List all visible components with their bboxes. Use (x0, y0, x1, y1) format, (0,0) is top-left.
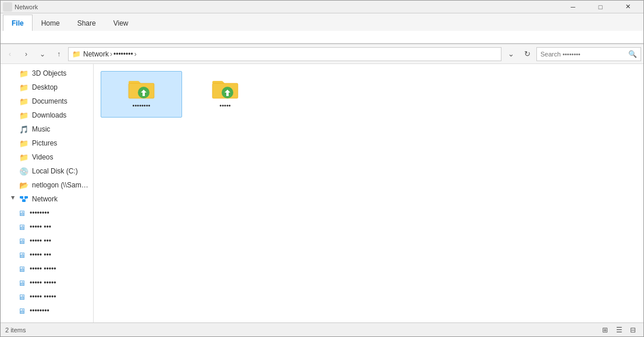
view-tiles-button[interactable]: ⊟ (627, 324, 639, 336)
sidebar-icon-net6: 🖥 (17, 278, 26, 288)
sidebar-label-net8: •••••••• (30, 307, 49, 315)
sidebar-label-videos: Videos (32, 153, 53, 161)
view-large-icons-button[interactable]: ⊞ (599, 324, 611, 336)
status-view-buttons: ⊞ ☰ ⊟ (599, 324, 639, 336)
sidebar-icon-network (19, 194, 29, 204)
sidebar-item-network[interactable]: ▶ Network (1, 192, 93, 206)
title-bar: Network ─ □ ✕ (1, 1, 643, 13)
sidebar-arrow-3d (10, 70, 16, 76)
sidebar-label-netlogon: netlogon (\\Sam… (32, 181, 88, 189)
file-label-1: •••••••• (133, 102, 151, 109)
sidebar-item-videos[interactable]: 📁 Videos (1, 150, 93, 164)
sidebar-item-net9[interactable]: 🖥 ••••• (1, 318, 93, 322)
sidebar-item-3d-objects[interactable]: 📁 3D Objects (1, 66, 93, 80)
search-input[interactable] (540, 51, 626, 58)
status-item-count: 2 items (5, 327, 26, 334)
sidebar-icon-netlogon: 📂 (19, 180, 29, 190)
close-button[interactable]: ✕ (614, 1, 641, 13)
tab-share[interactable]: Share (69, 15, 105, 31)
forward-button[interactable]: › (19, 47, 33, 61)
address-path-network: Network (83, 50, 109, 58)
refresh-button[interactable]: ↻ (520, 47, 534, 61)
sidebar-icon-documents: 📁 (19, 97, 29, 106)
sidebar-icon-net5: 🖥 (17, 264, 26, 274)
svg-rect-0 (20, 196, 23, 198)
tab-file[interactable]: File (3, 15, 33, 31)
address-separator2: › (134, 50, 137, 58)
sidebar-label-downloads: Downloads (32, 111, 66, 119)
sidebar-item-pictures[interactable]: 📁 Pictures (1, 136, 93, 150)
title-bar-left: Network (3, 2, 38, 12)
sidebar-item-net1[interactable]: 🖥 •••••••• (1, 206, 93, 220)
address-path-sub: •••••••• (113, 50, 133, 58)
sidebar-item-net2[interactable]: 🖥 ••••• ••• (1, 220, 93, 234)
sidebar-label-disk: Local Disk (C:) (32, 167, 78, 175)
sidebar-arrow-desktop (10, 84, 16, 90)
svg-rect-2 (22, 200, 26, 202)
tab-home[interactable]: Home (33, 15, 69, 31)
ribbon-content (1, 31, 643, 44)
sidebar-arrow-pictures (10, 140, 16, 146)
sidebar-item-net5[interactable]: 🖥 ••••• ••••• (1, 262, 93, 276)
minimize-button[interactable]: ─ (560, 1, 586, 13)
sidebar-label-net1: •••••••• (30, 209, 49, 217)
sidebar-arrow-network: ▶ (10, 196, 16, 202)
sidebar-label-net4: ••••• ••• (30, 251, 51, 259)
sidebar-item-documents[interactable]: 📁 Documents (1, 94, 93, 108)
back-button[interactable]: ‹ (3, 47, 17, 61)
sidebar-icon-desktop: 📁 (19, 83, 29, 92)
sidebar-item-downloads[interactable]: 📁 Downloads (1, 108, 93, 122)
sidebar-item-net7[interactable]: 🖥 ••••• ••••• (1, 290, 93, 304)
sidebar-icon-net3: 🖥 (17, 236, 26, 246)
search-box: 🔍 (536, 47, 641, 61)
tab-view[interactable]: View (105, 15, 137, 31)
sidebar-icon-videos: 📁 (19, 152, 29, 162)
sidebar-arrow-music (10, 126, 16, 132)
file-item-folder1[interactable]: •••••••• (101, 71, 182, 118)
sidebar-icon-net7: 🖥 (17, 292, 26, 301)
file-label-2: ••••• (219, 102, 230, 109)
sidebar-arrow-netlogon (10, 182, 16, 188)
sidebar-label-net5: ••••• ••••• (30, 265, 56, 273)
sidebar-label-net6: ••••• ••••• (30, 279, 56, 287)
sidebar-label-net2: ••••• ••• (30, 223, 51, 231)
sidebar-label-pictures: Pictures (32, 139, 57, 147)
sidebar-item-local-disk[interactable]: 💿 Local Disk (C:) (1, 164, 93, 178)
sidebar-item-music[interactable]: 🎵 Music (1, 122, 93, 136)
dropdown-history-button[interactable]: ⌄ (504, 47, 518, 61)
sidebar-item-net3[interactable]: 🖥 ••••• ••• (1, 234, 93, 248)
sidebar-icon-net4: 🖥 (17, 250, 26, 260)
ribbon: File Home Share View (1, 13, 643, 44)
svg-line-3 (22, 198, 24, 200)
up-button[interactable]: ↑ (52, 47, 66, 61)
sidebar-icon-pictures: 📁 (19, 139, 29, 148)
address-separator: › (110, 50, 112, 58)
sidebar-item-net6[interactable]: 🖥 ••••• ••••• (1, 276, 93, 290)
content-area: •••••••• •••• (94, 64, 643, 322)
dropdown-button[interactable]: ⌄ (35, 47, 49, 61)
sidebar-label-net7: ••••• ••••• (30, 293, 56, 301)
address-bar: ‹ › ⌄ ↑ 📁 Network › •••••••• › ⌄ ↻ 🔍 (1, 44, 643, 64)
sidebar-icon-net1: 🖥 (17, 208, 26, 218)
maximize-button[interactable]: □ (587, 1, 614, 13)
status-bar: 2 items ⊞ ☰ ⊟ (1, 322, 643, 336)
search-icon[interactable]: 🔍 (628, 50, 637, 58)
address-folder-icon: 📁 (72, 50, 81, 58)
file-item-folder2[interactable]: ••••• (184, 71, 266, 118)
sidebar-label-documents: Documents (32, 97, 67, 105)
sidebar-item-netlogon[interactable]: 📂 netlogon (\\Sam… (1, 178, 93, 192)
sidebar-icon-disk: 💿 (19, 166, 29, 176)
sidebar-item-desktop[interactable]: 📁 Desktop (1, 80, 93, 94)
sidebar-icon-net8: 🖥 (17, 306, 26, 315)
main-layout: 📁 3D Objects 📁 Desktop 📁 Documents 📁 Dow… (1, 64, 643, 322)
sidebar-icon-net2: 🖥 (17, 222, 26, 232)
sidebar-item-net8[interactable]: 🖥 •••••••• (1, 304, 93, 318)
view-details-button[interactable]: ☰ (613, 324, 625, 336)
sidebar-label-music: Music (32, 125, 50, 133)
sidebar-item-net4[interactable]: 🖥 ••••• ••• (1, 248, 93, 262)
sidebar-label-network: Network (32, 195, 58, 203)
title-bar-text: Network (15, 3, 38, 10)
app-icon (3, 2, 12, 12)
address-path[interactable]: 📁 Network › •••••••• › (68, 47, 501, 61)
folder-icon-2 (211, 76, 239, 100)
